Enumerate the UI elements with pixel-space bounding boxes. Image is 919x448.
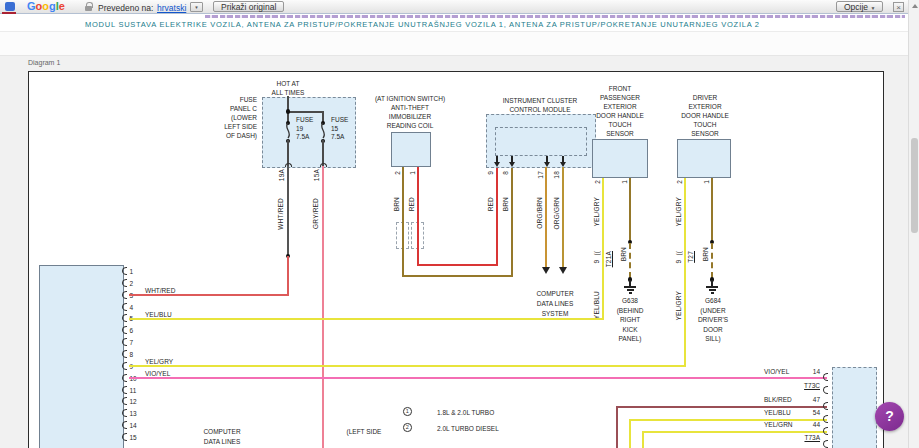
- immobilizer-name: (AT IGNITION SWITCH) ANTI-THEFT IMMOBILI…: [370, 94, 450, 130]
- passenger-pin-1: 1: [621, 180, 629, 184]
- pin-arc: [122, 267, 127, 275]
- arrow-down-icon: [494, 162, 500, 167]
- cluster-inner-box: [495, 127, 587, 156]
- ground-icon: [629, 292, 632, 294]
- pin-arc: [122, 326, 127, 334]
- wire-wht-red-upper: [287, 166, 289, 257]
- connector-name-T21A: T21A: [605, 251, 613, 267]
- arrow-down-icon: [542, 267, 550, 274]
- immobilizer-pin-2: 2: [394, 171, 402, 175]
- wire-label-vio-yel: VIO/YEL: [145, 369, 195, 378]
- wire-brn: [711, 178, 713, 242]
- pin-arc: [122, 303, 127, 311]
- scrollbar[interactable]: [908, 0, 919, 448]
- wire-label-brn: BRN: [702, 247, 710, 261]
- translated-to-label: Prevedeno na:: [98, 3, 153, 13]
- connector-name-T27: T27: [687, 251, 695, 263]
- diagram-title: Diagram 1: [28, 59, 60, 66]
- google-logo: Google: [27, 0, 65, 12]
- wire-brn: [402, 275, 513, 277]
- close-translate-bar-button[interactable]: ×: [893, 2, 904, 12]
- junction-dot: [286, 109, 291, 114]
- wire-blk-red: [616, 406, 618, 448]
- language-dropdown[interactable]: ▼: [190, 2, 203, 12]
- pin-arc: [122, 409, 127, 417]
- inline-connector: 9((: [675, 251, 683, 264]
- pin-number: 13: [130, 410, 137, 417]
- wire-red: [417, 264, 498, 266]
- arrow-down-icon: [509, 162, 515, 167]
- note-1-text: 1.8L & 2.0L TURBO: [437, 408, 527, 417]
- pin-number: 7: [130, 339, 134, 346]
- wiring-diagram: [28, 71, 884, 448]
- right-row-vio-yel: VIO/YEL14: [764, 368, 820, 375]
- pin-number: 6: [130, 327, 134, 334]
- ground-icon: [627, 289, 634, 291]
- note-1-circle: 1: [403, 407, 412, 416]
- note-2-circle: 2: [403, 423, 412, 432]
- logo-letter: e: [59, 0, 65, 12]
- wire-wht-red: [287, 256, 289, 296]
- wire-label-yel-gry: YEL/GRY: [593, 197, 601, 226]
- pin-arc: [823, 440, 828, 448]
- help-button[interactable]: ?: [875, 402, 904, 431]
- wire-label-brn: BRN: [393, 197, 401, 211]
- pin-arc: [122, 350, 127, 358]
- wire-gry-red: [322, 166, 324, 448]
- right-row-blk-red: BLK/RED47: [764, 396, 820, 403]
- wire-red: [496, 167, 498, 266]
- wire-label-wht-red: WHT/RED: [145, 286, 195, 295]
- pin-number: 8: [130, 351, 134, 358]
- pin-arc: [122, 314, 127, 322]
- fuse-terminal-19A: 19A: [278, 169, 286, 181]
- scrollbar-thumb[interactable]: [911, 138, 918, 233]
- scroll-up-icon[interactable]: [912, 4, 918, 8]
- show-original-button[interactable]: Prikaži original: [213, 1, 284, 12]
- wire-label-org-grn: ORG/GRN: [553, 197, 561, 229]
- pin-number: 4: [130, 304, 134, 311]
- passenger-pin-2: 2: [594, 180, 602, 184]
- wire-org-grn: [562, 167, 564, 267]
- pin-arc: [122, 338, 127, 346]
- pin-number: 14: [130, 422, 137, 429]
- wire-red: [417, 167, 419, 266]
- immobilizer-pin-1: 1: [409, 171, 417, 175]
- left-connector-box: [39, 265, 124, 448]
- arrow-down-icon: [559, 267, 567, 274]
- right-connector-box: [832, 367, 877, 448]
- driver-pin-1: 1: [703, 180, 711, 184]
- wire-label-yel-gry: YEL/GRY: [675, 291, 683, 320]
- computer-data-lines-label: COMPUTER DATA LINES: [192, 427, 252, 446]
- pin-arc: [122, 397, 127, 405]
- chevron-down-icon: ▼: [194, 5, 198, 10]
- ground-icon: [711, 292, 714, 294]
- wire-yel-grn: [642, 431, 644, 448]
- connector-symbol: ((: [675, 251, 682, 260]
- wire-org-brn: [545, 167, 547, 267]
- ground-G684-label: G684 (UNDER DRIVER'S DOOR SILL): [683, 296, 743, 344]
- wire-label-yel-blu: YEL/BLU: [145, 310, 195, 319]
- driver-pin-2: 2: [676, 180, 684, 184]
- wire-yel-grn: [642, 431, 827, 433]
- close-icon: ×: [896, 3, 901, 12]
- language-link[interactable]: hrvatski: [157, 3, 186, 13]
- wire-vio-yel: [129, 377, 827, 379]
- connector-name-T73C: T73C: [764, 382, 820, 389]
- pin-number: 15: [130, 434, 137, 441]
- pin-arc: [122, 362, 127, 370]
- google-translate-bar: Google Prevedeno na: hrvatski ▼ Prikaži …: [0, 0, 919, 14]
- hot-at-all-times-label: HOT AT ALL TIMES: [258, 80, 318, 97]
- options-button[interactable]: Opcije ▼: [836, 1, 883, 12]
- ground-icon: [624, 286, 636, 288]
- wire-label-brn: BRN: [502, 197, 510, 211]
- browser-page: Google Prevedeno na: hrvatski ▼ Prikaži …: [0, 0, 919, 448]
- computer-data-lines-system-label: COMPUTER DATA LINES SYSTEM: [525, 289, 585, 319]
- lock-icon: [85, 6, 92, 11]
- wire-label-wht-red: WHT/RED: [277, 198, 285, 230]
- pin-arc: [122, 279, 127, 287]
- cluster-pin-9: 9: [487, 171, 495, 175]
- ground-G638-label: G638 (BEHIND RIGHT KICK PANEL): [600, 296, 660, 344]
- fuse-panel-name: FUSE PANEL C (LOWER LEFT SIDE OF DASH): [195, 95, 257, 140]
- wire-label-red: RED: [487, 197, 495, 211]
- left-side-label: (LEFT SIDE: [334, 427, 394, 437]
